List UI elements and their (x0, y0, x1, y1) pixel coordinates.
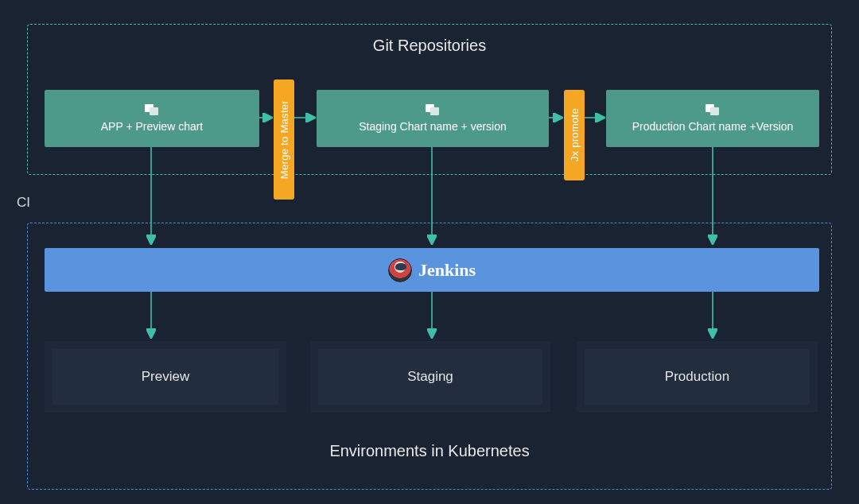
env-label: Staging (407, 369, 453, 385)
repo-app-preview: APP + Preview chart (45, 90, 259, 147)
merge-to-master-badge: Merge to Master (274, 79, 294, 200)
ci-label: CI (17, 195, 30, 211)
env-production: Production (577, 341, 818, 413)
repo-label: Production Chart name +Version (628, 120, 799, 133)
jenkins-icon (388, 258, 412, 282)
jenkins-label: Jenkins (418, 260, 476, 281)
badge-label: Merge to Master (278, 100, 290, 179)
repo-production-chart: Production Chart name +Version (606, 90, 819, 147)
files-icon (426, 104, 440, 115)
files-icon (705, 104, 720, 115)
jenkins-bar: Jenkins (45, 248, 819, 292)
env-preview: Preview (45, 341, 286, 413)
env-label: Preview (142, 369, 189, 385)
repo-label: Staging Chart name + version (354, 120, 511, 133)
env-label: Production (665, 369, 729, 385)
env-staging: Staging (310, 341, 550, 413)
jx-promote-badge: Jx promote (564, 90, 585, 180)
files-icon (145, 104, 159, 115)
environments-title: Environments in Kubernetes (0, 442, 859, 460)
git-repositories-title: Git Repositories (0, 37, 859, 55)
badge-label: Jx promote (569, 108, 581, 161)
repo-staging-chart: Staging Chart name + version (317, 90, 549, 147)
repo-label: APP + Preview chart (96, 120, 208, 133)
